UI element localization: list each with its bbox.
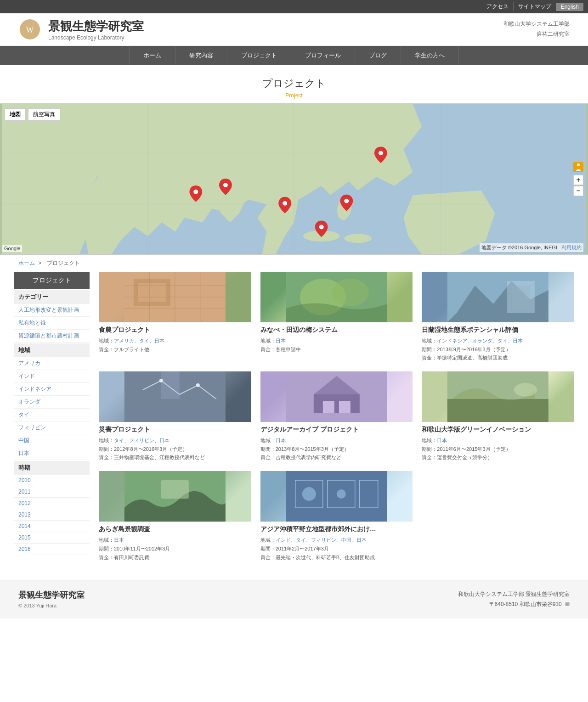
sidebar-period-4[interactable]: 2014	[14, 521, 90, 532]
svg-rect-41	[322, 401, 334, 413]
zoom-in-btn[interactable]: +	[573, 175, 583, 185]
project-title-7[interactable]: アジア沖積平野立地型都市郊外におけ…	[260, 525, 413, 534]
sidebar-categories-label: カテゴリー	[14, 290, 90, 304]
project-thumb-3[interactable]	[99, 371, 251, 422]
map-container: 地図 航空写真	[0, 103, 588, 255]
logo-area: W 景観生態学研究室 Landscape Ecology Laboratory	[18, 18, 144, 41]
svg-point-13	[193, 190, 198, 194]
map-btn-map[interactable]: 地図	[5, 108, 26, 121]
project-title-3[interactable]: 災害プロジェクト	[99, 426, 251, 434]
google-logo: Google	[2, 245, 22, 252]
project-title-0[interactable]: 食農プロジェクト	[99, 326, 251, 334]
nav-students[interactable]: 学生の方へ	[401, 46, 459, 65]
project-meta-0: 地域：アメリカ、タイ、日本 資金：フルブライト他	[99, 337, 251, 354]
footer: 景観生態学研究室 © 2013 Yuji Hara 和歌山大学システム工学部 景…	[0, 580, 588, 618]
project-region-link-5[interactable]: 日本	[437, 438, 447, 443]
project-thumb-6[interactable]	[99, 471, 251, 522]
project-title-4[interactable]: デジタルアーカイブ プロジェクト	[260, 426, 413, 434]
sidebar-region-3[interactable]: オランダ	[14, 396, 90, 409]
project-meta-4: 地域：日本 期間：2013年8月〜2015年3月（予定） 資金：吉種教授代表学内…	[260, 436, 413, 462]
nav-projects[interactable]: プロジェクト	[227, 46, 291, 65]
mail-icon[interactable]: ✉	[565, 601, 570, 607]
breadcrumb-current: プロジェクト	[47, 260, 80, 266]
sidebar-period-3[interactable]: 2013	[14, 509, 90, 521]
main-content: プロジェクト カテゴリー 人工地形改変と景観計画 私有地と録 資源循環と都市農村…	[0, 272, 588, 580]
streetview-btn[interactable]	[573, 162, 583, 172]
breadcrumb: ホーム > プロジェクト	[0, 255, 588, 272]
project-card-3: 災害プロジェクト 地域：タイ、フィリピン、日本 期間：2012年8月〜2016年…	[99, 371, 251, 462]
sidebar-period-6[interactable]: 2016	[14, 544, 90, 555]
sidebar-cat-3[interactable]: 資源循環と都市農村計画	[14, 330, 90, 343]
svg-text:W: W	[26, 25, 34, 34]
project-thumb-1[interactable]	[260, 272, 413, 322]
project-region-link-7[interactable]: インド、タイ、フィリピン、中国、日本	[276, 537, 367, 543]
map-zoom-controls: + −	[573, 162, 583, 196]
project-meta-2: 地域：インドネシア、オランダ、タイ、日本 期間：2013年9月〜2016年3月（…	[422, 337, 574, 362]
footer-address-2: 〒640-8510 和歌山市栄谷930 ✉	[458, 600, 570, 610]
project-region-link-6[interactable]: 日本	[114, 537, 124, 543]
sidebar-region-0[interactable]: アメリカ	[14, 357, 90, 370]
svg-point-19	[577, 163, 580, 166]
nav-profile[interactable]: プロフィール	[291, 46, 355, 65]
project-region-link-0[interactable]: アメリカ、タイ、日本	[114, 338, 164, 343]
svg-point-45	[514, 383, 537, 397]
sidebar-period-2[interactable]: 2012	[14, 498, 90, 509]
logo-icon: W	[18, 18, 41, 41]
footer-address-1: 和歌山大学システム工学部 景観生態学研究室	[458, 590, 570, 600]
map-terms[interactable]: 利用規約	[561, 245, 582, 250]
sidebar-region-4[interactable]: タイ	[14, 409, 90, 421]
sidebar-cat-2[interactable]: 私有地と録	[14, 317, 90, 330]
header: W 景観生態学研究室 Landscape Ecology Laboratory …	[0, 13, 588, 46]
project-thumb-2[interactable]	[422, 272, 574, 322]
svg-rect-22	[138, 283, 166, 302]
project-title-5[interactable]: 和歌山大学版グリーンイノベーション	[422, 426, 574, 434]
svg-point-18	[319, 225, 324, 229]
footer-lab-name: 景観生態学研究室	[18, 590, 85, 601]
sitemap-link[interactable]: サイトマップ	[514, 2, 556, 11]
footer-left: 景観生態学研究室 © 2013 Yuji Hara	[18, 590, 85, 608]
project-region-link-3[interactable]: タイ、フィリピン、日本	[114, 438, 170, 443]
sidebar-period-5[interactable]: 2015	[14, 532, 90, 544]
project-region-link-2[interactable]: インドネシア、オランダ、タイ、日本	[437, 338, 523, 343]
map-btn-aerial[interactable]: 航空写真	[28, 108, 60, 121]
project-thumb-7[interactable]	[260, 471, 413, 522]
project-thumb-4[interactable]	[260, 371, 413, 422]
svg-point-36	[159, 379, 163, 382]
map-buttons: 地図 航空写真	[5, 108, 60, 121]
project-title-1[interactable]: みなべ・田辺の梅システム	[260, 326, 413, 334]
svg-point-37	[196, 383, 200, 387]
nav-research[interactable]: 研究内容	[175, 46, 227, 65]
project-card-5: 和歌山大学版グリーンイノベーション 地域：日本 期間：2011年6月〜2015年…	[422, 371, 574, 462]
project-thumb-5[interactable]	[422, 371, 574, 422]
map-credit: 地図データ ©2016 Google, INEGI 利用規約	[480, 243, 583, 252]
svg-point-50	[336, 489, 345, 499]
page-title-area: プロジェクト Project	[0, 65, 588, 103]
project-title-2[interactable]: 日蘭湿地生態系ポテンシャル評価	[422, 326, 574, 334]
zoom-out-btn[interactable]: −	[573, 186, 583, 196]
sidebar-period-0[interactable]: 2010	[14, 475, 90, 486]
nav-blog[interactable]: ブログ	[355, 46, 401, 65]
project-card-0: 食農プロジェクト 地域：アメリカ、タイ、日本 資金：フルブライト他	[99, 272, 251, 362]
project-meta-7: 地域：インド、タイ、フィリピン、中国、日本 期間：2011年2月〜2017年3月…	[260, 536, 413, 562]
sidebar-region-6[interactable]: 中国	[14, 434, 90, 447]
nav-home[interactable]: ホーム	[129, 46, 175, 65]
page-title-en: Project	[0, 92, 588, 99]
project-card-1: みなべ・田辺の梅システム 地域：日本 資金：各種申請中	[260, 272, 413, 362]
access-link[interactable]: アクセス	[482, 2, 514, 11]
sidebar-region-1[interactable]: インド	[14, 370, 90, 383]
project-region-link-1[interactable]: 日本	[276, 338, 286, 343]
sidebar-region-7[interactable]: 日本	[14, 447, 90, 460]
project-title-6[interactable]: あらぎ島景観調査	[99, 525, 251, 534]
sidebar-period-1[interactable]: 2011	[14, 486, 90, 498]
svg-point-14	[379, 151, 383, 155]
project-card-4: デジタルアーカイブ プロジェクト 地域：日本 期間：2013年8月〜2015年3…	[260, 371, 413, 462]
project-region-link-4[interactable]: 日本	[276, 438, 286, 443]
sidebar-region-2[interactable]: インドネシア	[14, 383, 90, 396]
sidebar-cat-1[interactable]: 人工地形改変と景観計画	[14, 304, 90, 317]
svg-point-15	[223, 183, 228, 187]
sidebar-region-label: 地域	[14, 343, 90, 357]
breadcrumb-home[interactable]: ホーム	[18, 260, 35, 266]
sidebar-region-5[interactable]: フィリピン	[14, 421, 90, 434]
english-link[interactable]: English	[556, 3, 583, 11]
project-thumb-0[interactable]	[99, 272, 251, 322]
